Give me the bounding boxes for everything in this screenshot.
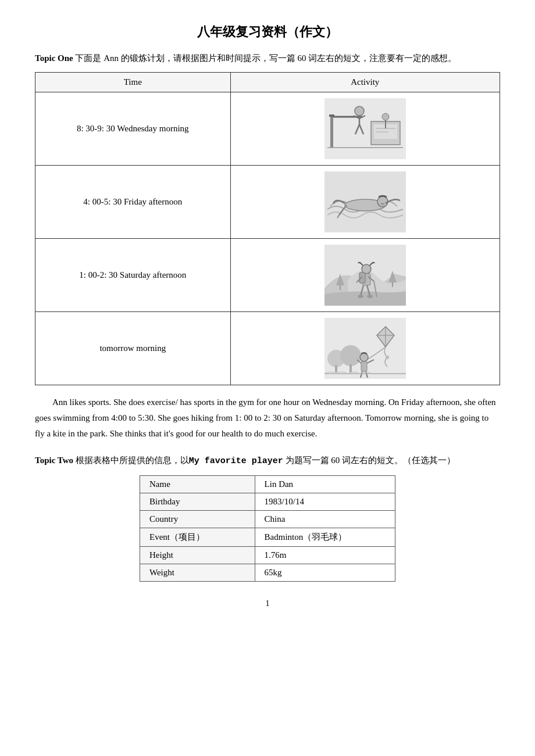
topic-two-label: Topic Two: [35, 456, 73, 465]
activity-cell-1: [230, 92, 500, 165]
svg-rect-37: [335, 366, 337, 372]
gym-illustration: [324, 98, 406, 159]
svg-rect-24: [392, 282, 393, 287]
player-value-weight: 65kg: [255, 564, 395, 582]
player-label-height: Height: [140, 547, 255, 564]
player-row-height: Height 1.76m: [140, 547, 395, 564]
kite-illustration: [324, 318, 406, 379]
player-value-height: 1.76m: [255, 547, 395, 564]
page-title: 八年级复习资料（作文）: [35, 23, 500, 41]
player-label-event: Event（项目）: [140, 528, 255, 547]
player-label-weight: Weight: [140, 564, 255, 582]
player-row-country: Country China: [140, 511, 395, 528]
player-row-birthday: Birthday 1983/10/14: [140, 493, 395, 511]
topic-two-intro: Topic Two 根据表格中所提供的信息，以My favorite playe…: [35, 453, 500, 469]
svg-point-44: [360, 353, 368, 361]
player-row-weight: Weight 65kg: [140, 564, 395, 582]
svg-rect-22: [340, 285, 341, 290]
svg-rect-27: [359, 273, 365, 283]
topic-one-paragraph: Ann likes sports. She does exercise/ has…: [35, 395, 500, 442]
table-header-activity: Activity: [230, 72, 500, 92]
player-row-name: Name Lin Dan: [140, 476, 395, 493]
table-row: 8: 30-9: 30 Wednesday morning: [35, 92, 500, 165]
topic-two-intro-text2: 为题写一篇 60 词左右的短文。（任选其一）: [283, 456, 455, 465]
player-row-event: Event（项目） Badminton（羽毛球）: [140, 528, 395, 547]
svg-rect-45: [361, 361, 367, 371]
topic-one-intro: Topic One 下面是 Ann 的锻炼计划，请根据图片和时间提示，写一篇 6…: [35, 51, 500, 66]
topic-one-intro-text: 下面是 Ann 的锻炼计划，请根据图片和时间提示，写一篇 60 词左右的短文，注…: [73, 53, 457, 63]
table-row: 1: 00-2: 30 Saturday afternoon: [35, 238, 500, 311]
svg-rect-39: [349, 364, 352, 372]
activity-cell-3: [230, 238, 500, 311]
svg-point-4: [355, 106, 364, 116]
player-label-country: Country: [140, 511, 255, 528]
time-cell-1: 8: 30-9: 30 Wednesday morning: [35, 92, 231, 165]
player-value-birthday: 1983/10/14: [255, 493, 395, 511]
player-label-birthday: Birthday: [140, 493, 255, 511]
table-row: tomorrow morning: [35, 311, 500, 385]
activity-cell-2: [230, 165, 500, 238]
svg-point-19: [377, 196, 388, 207]
time-cell-2: 4: 00-5: 30 Friday afternoon: [35, 165, 231, 238]
player-value-event: Badminton（羽毛球）: [255, 528, 395, 547]
page-number: 1: [35, 599, 500, 608]
activity-cell-4: [230, 311, 500, 385]
svg-rect-1: [330, 116, 333, 148]
schedule-table: Time Activity 8: 30-9: 30 Wednesday morn…: [35, 72, 500, 385]
svg-point-34: [367, 295, 373, 298]
topic-two-title: My favorite player: [189, 456, 283, 466]
svg-point-14: [382, 113, 389, 120]
topic-two-intro-text: 根据表格中所提供的信息，以: [73, 456, 189, 465]
table-header-time: Time: [35, 72, 231, 92]
svg-point-33: [358, 295, 363, 298]
time-cell-3: 1: 00-2: 30 Saturday afternoon: [35, 238, 231, 311]
swim-illustration: [324, 171, 406, 232]
svg-point-38: [340, 345, 361, 366]
hike-illustration: [324, 245, 406, 306]
time-cell-4: tomorrow morning: [35, 311, 231, 385]
player-value-name: Lin Dan: [255, 476, 395, 493]
svg-point-43: [386, 356, 389, 359]
player-table: Name Lin Dan Birthday 1983/10/14 Country…: [140, 475, 395, 582]
table-row: 4: 00-5: 30 Friday afternoon: [35, 165, 500, 238]
player-label-name: Name: [140, 476, 255, 493]
player-value-country: China: [255, 511, 395, 528]
topic-one-label: Topic One: [35, 53, 73, 63]
